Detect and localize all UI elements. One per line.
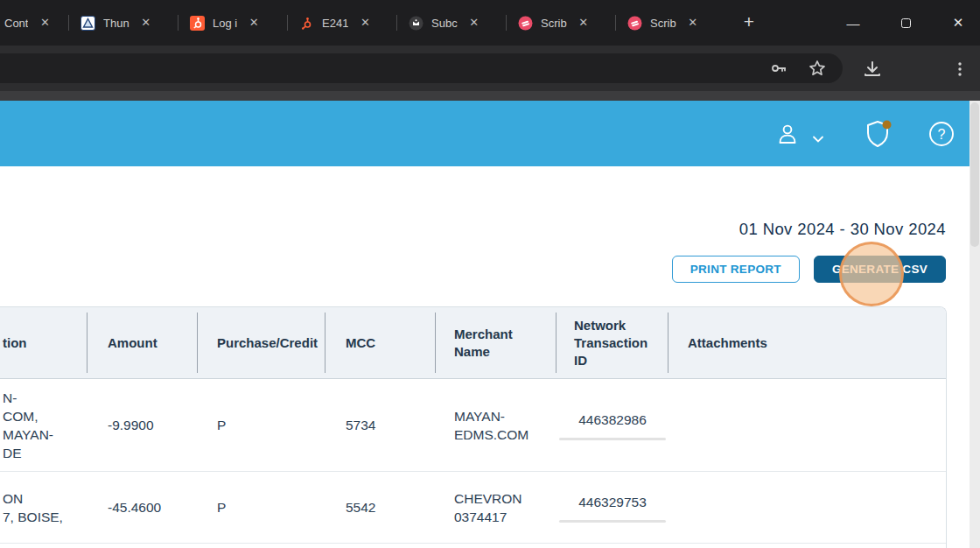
network-transaction-id-value[interactable]: 446382986 — [578, 411, 647, 429]
cell-mcc: 5734 — [326, 379, 436, 471]
browser-tab-bar: Cont ✕ Thun ✕ Log i ✕ E241 ✕ — [0, 0, 980, 46]
close-window-icon[interactable]: ✕ — [938, 5, 978, 40]
browser-tab-7[interactable]: Scrib ✕ — [615, 7, 724, 39]
cell-amount: -45.4600 — [88, 472, 198, 543]
cell-network-transaction-id[interactable]: 446382986 — [556, 379, 668, 471]
input-underline — [559, 520, 666, 523]
tab-title: Scrib — [650, 17, 676, 30]
address-bar[interactable] — [0, 53, 843, 83]
new-tab-button[interactable]: + — [737, 11, 761, 35]
dark-app-icon — [409, 16, 424, 31]
tab-close-icon[interactable]: ✕ — [138, 15, 154, 31]
user-account-icon[interactable] — [775, 122, 800, 150]
table-row: N- COM, MAYAN- DE -9.9900 P 5734 MAYAN-E… — [0, 379, 946, 472]
report-page: 01 Nov 2024 - 30 Nov 2024 PRINT REPORT G… — [0, 166, 970, 548]
browser-tab-5[interactable]: Subc ✕ — [396, 7, 506, 39]
minimize-icon[interactable]: — — [833, 5, 873, 40]
input-underline — [559, 438, 666, 440]
tab-close-icon[interactable]: ✕ — [576, 15, 592, 31]
browser-tab-6[interactable]: Scrib ✕ — [506, 7, 615, 39]
network-transaction-id-value[interactable]: 446329753 — [578, 493, 647, 511]
column-header-amount: Amount — [88, 307, 198, 378]
cell-purchase-credit: P — [198, 472, 326, 543]
table-header-row: tion Amount Purchase/Credit MCC Merchant… — [0, 307, 946, 379]
cell-merchant-name: MAYAN-EDMS.COM — [436, 379, 556, 471]
browser-toolbar: K — [0, 46, 980, 91]
table-row: ON 7, BOISE, -45.4600 P 5542 CHEVRON 037… — [0, 472, 946, 544]
password-key-icon[interactable] — [768, 58, 789, 79]
cell-attachments — [668, 472, 946, 543]
bookmarks-bar — [0, 91, 980, 101]
tab-close-icon[interactable]: ✕ — [37, 15, 52, 31]
cell-network-transaction-id[interactable]: 446329753 — [556, 472, 668, 543]
column-header-attachments: Attachments — [668, 307, 946, 378]
tab-title: E241 — [322, 17, 348, 30]
report-date-range: 01 Nov 2024 - 30 Nov 2024 — [739, 220, 946, 239]
scribe-icon — [627, 16, 642, 31]
tab-title: Thun — [103, 17, 130, 30]
download-icon[interactable] — [862, 59, 883, 80]
cell-description: N- COM, MAYAN- DE — [0, 379, 88, 471]
maximize-icon[interactable] — [886, 5, 926, 40]
scribe-icon — [518, 16, 533, 31]
scrollbar-thumb[interactable] — [970, 102, 979, 247]
browser-tab-2[interactable]: Thun ✕ — [68, 7, 178, 39]
cell-merchant-name: CHEVRON 0374417 — [436, 472, 556, 543]
print-report-button[interactable]: PRINT REPORT — [672, 256, 800, 283]
tab-title: Log i — [213, 17, 237, 30]
tab-close-icon[interactable]: ✕ — [357, 15, 373, 31]
hubspot-icon — [299, 16, 314, 31]
window-controls: — ✕ — [833, 0, 980, 46]
browser-tab-1[interactable]: Cont ✕ — [0, 7, 68, 39]
thunderbird-icon — [80, 16, 95, 31]
help-icon[interactable]: ? — [928, 121, 955, 151]
svg-text:?: ? — [938, 127, 946, 142]
cell-purchase-credit: P — [198, 379, 326, 471]
browser-tab-4[interactable]: E241 ✕ — [287, 7, 396, 39]
report-actions: PRINT REPORT GENERATE CSV — [672, 256, 946, 283]
browser-window: Cont ✕ Thun ✕ Log i ✕ E241 ✕ — [0, 0, 980, 548]
column-header-merchant-name: Merchant Name — [436, 307, 556, 378]
column-header-purchase-credit: Purchase/Credit — [198, 307, 326, 378]
tab-title: Scrib — [541, 17, 567, 30]
column-header-description: tion — [0, 307, 88, 378]
tab-title: Subc — [431, 17, 458, 30]
security-shield-icon[interactable] — [864, 119, 892, 152]
cell-description: ON 7, BOISE, — [0, 472, 88, 543]
generate-csv-button[interactable]: GENERATE CSV — [814, 256, 946, 283]
tab-close-icon[interactable]: ✕ — [466, 15, 482, 31]
cell-mcc: 5542 — [326, 472, 436, 543]
cell-amount: -9.9900 — [88, 379, 198, 471]
page-scrollbar[interactable] — [970, 101, 980, 548]
hubspot-icon — [190, 16, 205, 31]
browser-tab-3[interactable]: Log i ✕ — [178, 7, 287, 39]
transactions-table: tion Amount Purchase/Credit MCC Merchant… — [0, 306, 947, 548]
app-header: ? — [0, 101, 970, 166]
column-header-mcc: MCC — [326, 307, 436, 378]
chevron-down-icon[interactable] — [812, 130, 824, 146]
tab-close-icon[interactable]: ✕ — [685, 15, 701, 31]
column-header-network-transaction-id: Network Transaction ID — [556, 307, 668, 378]
tab-close-icon[interactable]: ✕ — [246, 15, 262, 31]
cell-attachments — [668, 379, 946, 471]
tab-title: Cont — [4, 17, 28, 30]
browser-menu-kebab-icon[interactable] — [949, 59, 970, 80]
bookmark-star-icon[interactable] — [807, 58, 828, 79]
